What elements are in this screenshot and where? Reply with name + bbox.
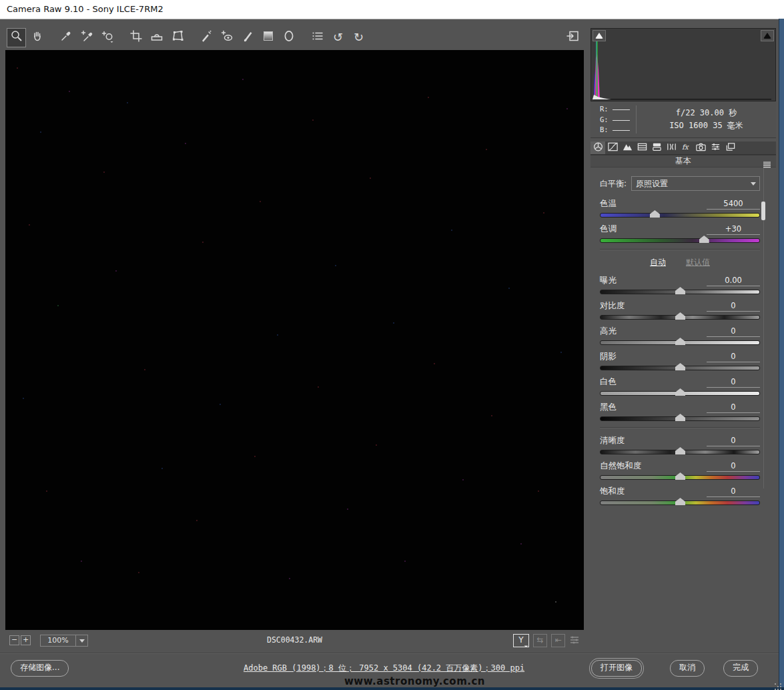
- tab-split-toning[interactable]: [649, 141, 664, 154]
- hand-tool[interactable]: [27, 28, 47, 47]
- swap-before-after-button[interactable]: ⇆: [533, 634, 547, 647]
- adjustment-brush-tool[interactable]: [238, 28, 257, 47]
- red-eye-tool[interactable]: [217, 28, 236, 47]
- white-balance-select[interactable]: 原照设置: [631, 176, 760, 191]
- whites-value-field[interactable]: 0: [707, 377, 760, 388]
- tab-effects[interactable]: fx: [679, 141, 693, 154]
- shadows-thumb[interactable]: [675, 363, 685, 370]
- noise-speck: [434, 363, 435, 364]
- spot-removal-tool[interactable]: [196, 28, 216, 47]
- contrast-value-field[interactable]: 0: [707, 301, 760, 312]
- clarity-value-field[interactable]: 0: [707, 436, 760, 446]
- exposure-value-field[interactable]: 0.00: [707, 276, 760, 286]
- straighten-tool[interactable]: [147, 28, 166, 47]
- grad-icon: [262, 29, 275, 45]
- temperature-track[interactable]: [600, 213, 760, 218]
- tab-tone-curve[interactable]: [605, 141, 620, 154]
- cancel-button[interactable]: 取消: [670, 660, 705, 677]
- tab-hsl-grayscale[interactable]: [635, 141, 649, 154]
- aperture-icon: [593, 141, 604, 155]
- contrast-slider: 对比度0: [600, 300, 760, 320]
- exposure-track[interactable]: [600, 290, 760, 294]
- tab-lens-corrections[interactable]: [664, 141, 679, 154]
- tab-basic[interactable]: [591, 141, 605, 154]
- whites-label: 白色: [600, 376, 617, 388]
- shadows-value-field[interactable]: 0: [707, 352, 760, 362]
- save-image-button[interactable]: 存储图像...: [11, 660, 69, 677]
- shadows-track[interactable]: [600, 366, 760, 370]
- blacks-track[interactable]: [600, 416, 760, 421]
- tab-snapshots[interactable]: [723, 141, 737, 154]
- highlights-value-field[interactable]: 0: [707, 326, 760, 337]
- whites-thumb[interactable]: [675, 388, 685, 396]
- saturation-thumb[interactable]: [675, 498, 685, 505]
- image-preview-canvas[interactable]: [5, 50, 584, 630]
- rot-r-icon: ↻: [354, 31, 364, 44]
- temperature-value-field[interactable]: 5400: [707, 199, 760, 210]
- noise-speck: [138, 572, 139, 573]
- done-button[interactable]: 完成: [723, 660, 758, 677]
- noise-speck: [451, 230, 452, 231]
- contrast-track[interactable]: [600, 315, 760, 320]
- noise-speck: [57, 305, 59, 306]
- transform-tool[interactable]: [167, 28, 187, 47]
- exposure-thumb[interactable]: [675, 287, 685, 294]
- vibrance-thumb[interactable]: [675, 472, 685, 480]
- highlights-track[interactable]: [600, 340, 760, 345]
- default-link[interactable]: 默认值: [686, 258, 710, 267]
- highlights-thumb[interactable]: [675, 338, 685, 345]
- vibrance-track[interactable]: [600, 475, 760, 480]
- rotate-right-tool[interactable]: ↻: [349, 28, 368, 47]
- color-sampler-tool[interactable]: [77, 28, 96, 47]
- workflow-options-link[interactable]: Adobe RGB (1998)；8 位； 7952 x 5304 (42.2 …: [244, 663, 524, 674]
- snapshots-icon: [725, 141, 736, 155]
- white-balance-tool[interactable]: [56, 28, 75, 47]
- preview-mode-button[interactable]: Y: [513, 634, 529, 647]
- exif-line-2: ISO 1600 35 毫米: [637, 119, 776, 132]
- clarity-track[interactable]: [600, 450, 760, 454]
- preview-preferences-icon[interactable]: [569, 635, 580, 647]
- clarity-thumb[interactable]: [675, 447, 685, 454]
- blacks-value-field[interactable]: 0: [707, 402, 760, 413]
- window-titlebar: Camera Raw 9.10 - Sony ILCE-7RM2: [0, 0, 784, 19]
- targeted-icon: [101, 29, 114, 45]
- preferences-tool[interactable]: [308, 28, 327, 47]
- copy-settings-button[interactable]: ⇤: [551, 634, 565, 647]
- tint-thumb[interactable]: [699, 236, 709, 243]
- white-balance-sliders: 色温5400色调+30: [600, 198, 760, 243]
- tint-value-field[interactable]: +30: [707, 224, 760, 235]
- open-image-button[interactable]: 打开图像: [591, 660, 642, 677]
- tab-detail[interactable]: [620, 141, 635, 154]
- exif-line-1: f/22 30.00 秒: [637, 107, 776, 119]
- noise-speck: [46, 490, 47, 492]
- auto-link[interactable]: 自动: [650, 258, 666, 267]
- contrast-thumb[interactable]: [675, 312, 685, 320]
- tint-track[interactable]: [600, 238, 760, 243]
- noise-speck: [491, 415, 492, 416]
- panel-tab-strip: fx: [591, 141, 776, 155]
- rotate-left-tool[interactable]: ↺: [328, 28, 348, 47]
- tab-presets[interactable]: [708, 141, 723, 154]
- highlight-clipping-indicator[interactable]: [761, 30, 774, 41]
- crop-tool[interactable]: [126, 28, 145, 47]
- noise-speck: [115, 270, 117, 272]
- fullscreen-toggle-button[interactable]: [564, 28, 582, 46]
- targeted-adjustment-tool[interactable]: [97, 28, 117, 47]
- tone-sliders: 曝光0.00对比度0高光0阴影0白色0黑色0: [600, 275, 760, 421]
- resize-grip[interactable]: [775, 683, 776, 685]
- shadows-label: 阴影: [600, 351, 617, 362]
- temperature-slider: 色温5400: [600, 198, 760, 218]
- zoom-tool[interactable]: [7, 28, 26, 47]
- graduated-filter-tool[interactable]: [258, 28, 278, 47]
- clarity-label: 清晰度: [600, 435, 625, 446]
- whites-track[interactable]: [600, 391, 760, 396]
- vibrance-value-field[interactable]: 0: [707, 461, 760, 472]
- color-sampler-icon: [80, 29, 93, 45]
- radial-filter-tool[interactable]: [279, 28, 298, 47]
- saturation-value-field[interactable]: 0: [707, 486, 760, 497]
- saturation-track[interactable]: [600, 500, 760, 505]
- tab-camera-calibration[interactable]: [693, 141, 708, 154]
- blacks-thumb[interactable]: [675, 414, 685, 421]
- temperature-thumb[interactable]: [650, 210, 660, 218]
- shadow-clipping-indicator[interactable]: [593, 30, 606, 41]
